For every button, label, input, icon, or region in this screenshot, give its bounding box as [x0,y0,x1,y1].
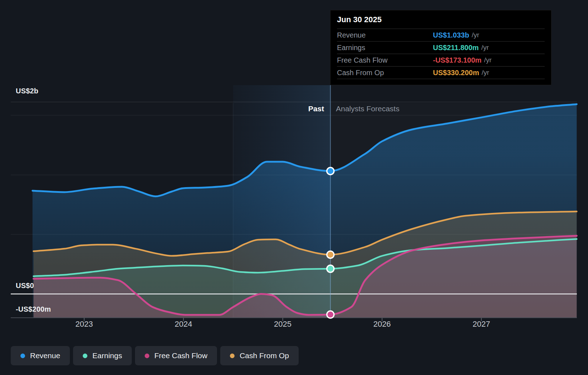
tooltip-label: Revenue [337,31,366,39]
x-axis-label-2025: 2025 [261,320,304,329]
legend-item-free-cash-flow[interactable]: Free Cash Flow [135,346,217,365]
tooltip-label: Free Cash Flow [337,56,387,64]
legend-dot-icon [230,354,235,358]
cash-from-op-marker [327,251,334,258]
past-region-label: Past [308,104,324,113]
x-axis-label-2024: 2024 [162,320,205,329]
legend-item-label: Cash From Op [240,351,289,360]
tooltip-value: -US$173.100m [433,56,482,64]
earnings-revenue-forecast-chart: US$2b US$0 -US$200m Past Analysts Foreca… [0,0,588,375]
tooltip-row-earnings: EarningsUS$211.800m/yr [337,42,545,54]
x-axis-label-2023: 2023 [63,320,106,329]
legend-item-label: Free Cash Flow [154,351,207,360]
y-axis-label-zero: US$0 [16,282,34,290]
forecasts-region-label: Analysts Forecasts [336,104,399,113]
tooltip-label: Earnings [337,44,365,52]
y-axis-label-2b: US$2b [16,87,38,95]
legend: RevenueEarningsFree Cash FlowCash From O… [11,346,299,365]
tooltip-row-cash-from-op: Cash From OpUS$330.200m/yr [337,67,545,79]
legend-dot-icon [145,354,149,358]
x-axis-label-2027: 2027 [460,320,503,329]
legend-item-label: Earnings [92,351,122,360]
tooltip-row-free-cash-flow: Free Cash Flow-US$173.100m/yr [337,54,545,67]
tooltip-value-suffix: /yr [484,56,492,64]
free-cash-flow-marker [327,311,334,318]
revenue-marker [327,167,334,175]
x-axis-label-2026: 2026 [361,320,404,329]
earnings-marker [327,265,334,272]
legend-item-cash-from-op[interactable]: Cash From Op [220,346,299,365]
legend-item-label: Revenue [30,351,60,360]
tooltip-value: US$330.200m [433,69,479,77]
tooltip-date: Jun 30 2025 [337,10,545,29]
tooltip-value-suffix: /yr [481,44,489,52]
legend-dot-icon [20,354,25,358]
tooltip-row-revenue: RevenueUS$1.033b/yr [337,29,545,42]
tooltip-value-suffix: /yr [472,31,479,39]
y-axis-label-neg200m: -US$200m [16,305,51,313]
legend-dot-icon [83,354,87,358]
tooltip-value: US$1.033b [433,31,469,39]
tooltip-value: US$211.800m [433,44,479,52]
legend-item-earnings[interactable]: Earnings [73,346,132,365]
legend-item-revenue[interactable]: Revenue [11,346,70,365]
tooltip-value-suffix: /yr [482,69,489,77]
tooltip-label: Cash From Op [337,69,384,77]
hover-tooltip: Jun 30 2025 RevenueUS$1.033b/yrEarningsU… [330,10,551,85]
